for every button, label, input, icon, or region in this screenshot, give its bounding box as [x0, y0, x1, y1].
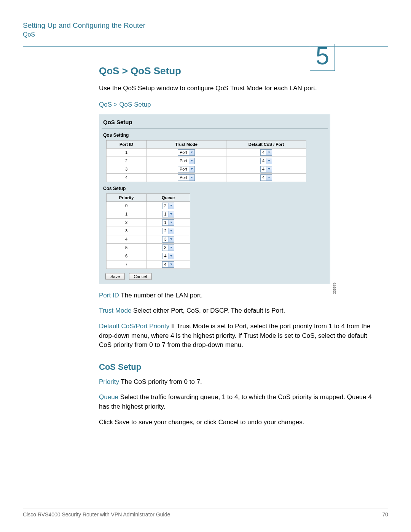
col-queue: Queue	[147, 193, 190, 201]
chevron-down-icon	[168, 245, 174, 251]
queue-select[interactable]: 1	[162, 211, 174, 217]
queue-select[interactable]: 2	[162, 228, 174, 234]
intro-paragraph: Use the QoS Setup window to configure Qo…	[99, 84, 373, 93]
qos-setup-screenshot: QoS Setup Qos Setting Port ID Trust Mode…	[99, 114, 330, 284]
queue-select[interactable]: 3	[162, 236, 174, 243]
col-default-cos: Default CoS / Port	[226, 140, 306, 148]
table-row: 32	[107, 227, 190, 235]
chevron-down-icon	[168, 203, 174, 209]
port-id-cell: 4	[107, 173, 147, 182]
priority-cell: 0	[107, 201, 147, 210]
table-row: 11	[107, 210, 190, 218]
chevron-down-icon	[189, 166, 194, 172]
qos-setting-label: Qos Setting	[102, 129, 328, 140]
chevron-down-icon	[266, 166, 272, 172]
table-row: 4 Port 4	[107, 173, 306, 182]
trust-mode-term: Trust Mode	[99, 307, 131, 314]
chevron-down-icon	[168, 228, 174, 234]
chevron-down-icon	[189, 158, 194, 164]
trust-mode-select[interactable]: Port	[178, 158, 195, 164]
priority-cell: 4	[107, 235, 147, 243]
queue-select[interactable]: 4	[162, 253, 174, 259]
port-id-description: Port ID The number of the LAN port.	[99, 291, 373, 300]
guide-name: Cisco RVS4000 Security Router with VPN A…	[23, 511, 170, 518]
default-cos-select[interactable]: 4	[260, 158, 272, 164]
queue-select[interactable]: 4	[162, 261, 174, 268]
table-row: 53	[107, 243, 190, 252]
cancel-button[interactable]: Cancel	[129, 273, 152, 280]
chapter-number: 5	[315, 42, 329, 70]
priority-term: Priority	[99, 378, 119, 385]
port-id-term: Port ID	[99, 292, 119, 299]
table-row: 02	[107, 201, 190, 210]
chevron-down-icon	[266, 150, 272, 155]
col-port-id: Port ID	[107, 140, 147, 148]
priority-cell: 6	[107, 252, 147, 260]
queue-select[interactable]: 2	[162, 203, 174, 209]
priority-cell: 7	[107, 260, 147, 268]
page-number: 70	[382, 511, 388, 518]
table-row: 1 Port 4	[107, 148, 306, 157]
chevron-down-icon	[266, 158, 272, 164]
default-cos-term: Default CoS/Port Priority	[99, 323, 169, 330]
chevron-down-icon	[168, 220, 174, 225]
port-id-cell: 2	[107, 157, 147, 165]
page-footer: Cisco RVS4000 Security Router with VPN A…	[23, 508, 388, 518]
table-header-row: Port ID Trust Mode Default CoS / Port	[107, 140, 306, 148]
default-cos-select[interactable]: 4	[260, 174, 272, 181]
chapter-number-box: 5	[310, 44, 335, 71]
default-cos-select[interactable]: 4	[260, 149, 272, 156]
chapter-title: Setting Up and Configuring the Router	[23, 21, 388, 30]
trust-mode-select[interactable]: Port	[178, 174, 195, 181]
page-heading: QoS > QoS Setup	[99, 65, 388, 77]
table-row: 2 Port 4	[107, 157, 306, 165]
queue-term: Queue	[99, 393, 118, 401]
chevron-down-icon	[189, 175, 194, 181]
priority-description: Priority The CoS priority from 0 to 7.	[99, 377, 373, 387]
queue-select[interactable]: 1	[162, 219, 174, 226]
port-id-cell: 3	[107, 165, 147, 173]
trust-mode-select[interactable]: Port	[178, 166, 195, 173]
screenshot-title: QoS Setup	[102, 117, 328, 129]
cos-setup-table: Priority Queue 02 11 21 32 43 53 64 74	[106, 193, 190, 269]
figure-caption: QoS > QoS Setup	[99, 101, 388, 109]
chevron-down-icon	[168, 253, 174, 259]
table-row: 3 Port 4	[107, 165, 306, 173]
trust-mode-description: Trust Mode Select either Port, CoS, or D…	[99, 306, 373, 316]
priority-cell: 5	[107, 243, 147, 252]
section-name: QoS	[23, 31, 388, 38]
default-cos-select[interactable]: 4	[260, 166, 272, 173]
queue-description: Queue Select the traffic forwarding queu…	[99, 393, 373, 411]
table-row: 64	[107, 252, 190, 260]
priority-cell: 2	[107, 218, 147, 227]
priority-cell: 3	[107, 227, 147, 235]
save-button[interactable]: Save	[105, 273, 125, 280]
table-row: 43	[107, 235, 190, 243]
queue-select[interactable]: 3	[162, 244, 174, 251]
image-id-label: 235579	[333, 283, 336, 294]
chevron-down-icon	[189, 150, 194, 155]
chevron-down-icon	[168, 211, 174, 217]
col-trust-mode: Trust Mode	[147, 140, 226, 148]
chevron-down-icon	[266, 175, 272, 181]
port-id-cell: 1	[107, 148, 147, 157]
chevron-down-icon	[168, 236, 174, 242]
chevron-down-icon	[168, 262, 174, 267]
cos-setup-heading: CoS Setup	[99, 362, 388, 372]
col-priority: Priority	[107, 193, 147, 201]
default-cos-description: Default CoS/Port Priority If Trust Mode …	[99, 322, 373, 350]
table-row: 21	[107, 218, 190, 227]
cos-setup-label: Cos Setup	[102, 182, 328, 193]
qos-setting-table: Port ID Trust Mode Default CoS / Port 1 …	[106, 140, 306, 182]
trust-mode-select[interactable]: Port	[178, 149, 195, 156]
priority-cell: 1	[107, 210, 147, 218]
save-note: Click Save to save your changes, or clic…	[99, 418, 373, 427]
table-row: 74	[107, 260, 190, 268]
table-header-row: Priority Queue	[107, 193, 190, 201]
